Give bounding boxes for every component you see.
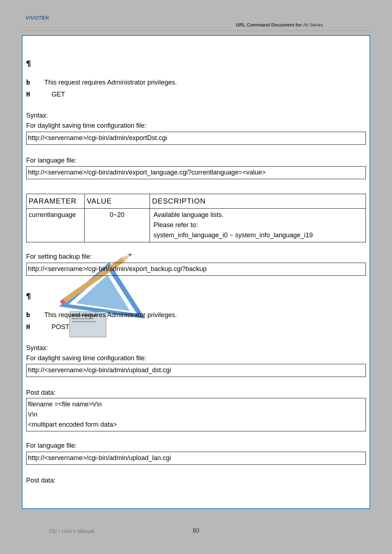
parameter-table: PARAMETER VALUE DESCRIPTION currentlangu… (26, 194, 366, 242)
note-row-1: b This request requires Administrator pr… (26, 77, 366, 88)
dst-url-2: http://<servername>/cgi-bin/admin/upload… (26, 364, 366, 377)
method-text: GET (44, 90, 366, 100)
th-value: VALUE (85, 194, 150, 209)
section-2-marker: ¶ (26, 290, 366, 303)
bullet-glyph: H (26, 89, 44, 99)
page-number: 80 (22, 528, 370, 534)
post-line: \r\n (28, 410, 364, 420)
backup-label: For setting backup file: (26, 252, 366, 262)
doc-title-bold: URL Command Document for (236, 22, 303, 28)
bullet-glyph: b (26, 77, 44, 87)
page-header: VIVOTEK URL Command Document for All Ser… (22, 15, 370, 31)
lang-label-1: For language file: (26, 156, 366, 166)
method-row-1: H GET (26, 89, 366, 100)
note-text: This request requires Administrator priv… (44, 310, 366, 320)
th-parameter: PARAMETER (26, 194, 85, 209)
backup-url: http://<servername>/cgi-bin/admin/export… (26, 263, 366, 276)
desc-line: Please refer to: (152, 220, 363, 230)
td-description: Available language lists. Please refer t… (150, 209, 366, 242)
bullet-glyph: H (26, 322, 44, 332)
post-line: filename =<file name>\r\n (28, 399, 364, 410)
table-row: currentlanguage 0~20 Available language … (26, 209, 366, 242)
th-description: DESCRIPTION (150, 194, 366, 209)
page: VIVOTEK URL Command Document for All Ser… (22, 15, 370, 543)
doc-title: URL Command Document for All Series (25, 22, 367, 28)
method-text: POST (44, 322, 366, 332)
dst-label-1: For daylight saving time configuration f… (26, 121, 366, 131)
method-row-2: H POST (26, 322, 366, 332)
note-text: This request requires Administrator priv… (44, 78, 366, 88)
content-frame: ¶ b This request requires Administrator … (22, 35, 370, 509)
syntax-label-1: Syntax: (26, 111, 366, 121)
post-line: <multipart encoded form data> (28, 420, 364, 430)
postdata-label-2: Post data: (26, 476, 366, 486)
doc-title-series: All Series (303, 22, 323, 28)
lang-url-1: http://<servername>/cgi-bin/admin/export… (26, 166, 366, 179)
postdata-box: filename =<file name>\r\n \r\n <multipar… (26, 398, 366, 431)
bullet-glyph: b (26, 310, 44, 320)
dst-label-2: For daylight saving time configuration f… (26, 353, 366, 364)
desc-line: Available language lists. (152, 210, 363, 220)
table-header-row: PARAMETER VALUE DESCRIPTION (26, 194, 366, 209)
note-row-2: b This request requires Administrator pr… (26, 310, 366, 320)
section-1-marker: ¶ (26, 58, 366, 70)
td-parameter: currentlanguage (26, 209, 85, 242)
dst-url-1: http://<servername>/cgi-bin/admin/export… (26, 132, 366, 145)
desc-line: system_info_language_i0 ~ system_info_la… (152, 230, 363, 241)
lang-url-2: http://<servername>/cgi-bin/admin/upload… (26, 452, 366, 465)
brand-logo-text: VIVOTEK (25, 15, 367, 21)
content-body: ¶ b This request requires Administrator … (26, 58, 366, 486)
syntax-label-2: Syntax: (26, 343, 366, 353)
lang-label-2: For language file: (26, 441, 366, 451)
td-value: 0~20 (85, 209, 150, 242)
postdata-label: Post data: (26, 388, 366, 398)
